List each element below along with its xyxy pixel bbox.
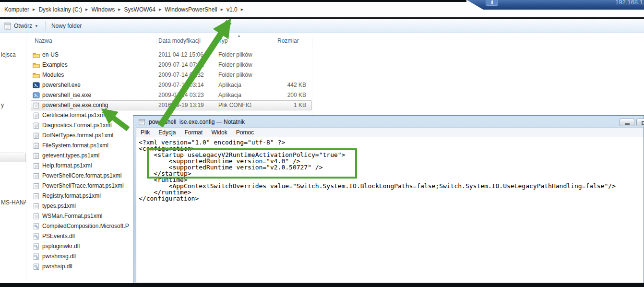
notepad-menu-bar: PlikEdycjaFormatWidokPomoc <box>136 128 644 137</box>
dll-file-icon <box>33 243 40 250</box>
breadcrumb-item[interactable]: Komputer <box>3 5 31 14</box>
file-date: 2011-04-12 15:06 <box>158 50 203 60</box>
pin-icon[interactable] <box>486 0 498 6</box>
file-row[interactable]: powershell_ise.exe.config2016-09-19 13:1… <box>0 100 336 110</box>
file-name: pwrshsip.dll <box>42 262 72 272</box>
breadcrumb-item[interactable]: Windows <box>90 5 117 14</box>
file-name: types.ps1xml <box>42 201 76 211</box>
column-header-size[interactable]: Rozmiar <box>277 37 299 46</box>
notepad-icon <box>138 118 145 125</box>
text-file-icon <box>33 152 40 159</box>
column-separator[interactable] <box>269 37 269 45</box>
open-button[interactable]: Otwórz <box>14 23 32 29</box>
breadcrumb-separator-icon: ▶ <box>219 8 225 12</box>
dll-file-icon <box>33 223 40 230</box>
file-size: 1 KB <box>263 100 306 110</box>
nav-item-fragment[interactable]: iejsca <box>1 51 16 58</box>
menu-plik[interactable]: Plik <box>136 129 154 136</box>
powershell-ise-icon <box>33 92 40 99</box>
file-name: Certificate.format.ps1xml <box>42 110 106 120</box>
breadcrumb-item[interactable]: v1.0 <box>225 5 239 14</box>
folder-icon <box>33 72 40 79</box>
column-separator[interactable] <box>156 37 156 45</box>
chevron-down-icon[interactable]: ▼ <box>35 24 38 28</box>
file-row[interactable]: Examples2009-07-14 07:32Folder plików <box>0 60 336 70</box>
nav-selected-item[interactable] <box>0 153 26 162</box>
file-date: 2009-07-14 07:32 <box>158 70 204 80</box>
file-row[interactable]: en-US2011-04-12 15:06Folder plików <box>0 50 336 60</box>
menu-format[interactable]: Format <box>180 129 207 136</box>
file-size: 200 KB <box>263 90 306 100</box>
file-type: Plik CONFIG <box>218 100 251 110</box>
file-name: getevent.types.ps1xml <box>42 151 99 161</box>
file-name: en-US <box>42 50 59 60</box>
file-name: PSEvents.dll <box>42 231 75 241</box>
toolbar-separator <box>45 21 46 31</box>
maximize-button[interactable] <box>636 119 644 126</box>
notepad-title-bar[interactable]: powershell_ise.exe.config — Notatnik <box>133 116 644 128</box>
file-name: PowerShellTrace.format.ps1xml <box>42 181 124 191</box>
file-name: Modules <box>42 70 64 80</box>
text-file-icon <box>33 172 40 179</box>
breadcrumb-separator-icon: ▶ <box>116 8 122 12</box>
menu-widok[interactable]: Widok <box>207 129 231 136</box>
file-row[interactable]: powershell.exe2009-07-14 03:14Aplikacja4… <box>0 80 336 90</box>
nav-item-fragment[interactable]: y <box>1 102 4 108</box>
file-type: Folder plików <box>218 70 252 80</box>
breadcrumb-item[interactable]: SysWOW64 <box>123 5 157 14</box>
file-name: Registry.format.ps1xml <box>42 191 101 201</box>
breadcrumb-separator-icon: ▶ <box>83 8 90 12</box>
notepad-text-area[interactable]: <?xml version="1.0" encoding="utf-8" ?><… <box>136 138 644 283</box>
notepad-text-line: <?xml version="1.0" encoding="utf-8" ?> <box>139 139 644 145</box>
file-name: DotNetTypes.format.ps1xml <box>42 131 113 141</box>
breadcrumb-item[interactable]: Dysk lokalny (C:) <box>37 5 83 14</box>
file-row[interactable]: Modules2009-07-14 07:32Folder plików <box>0 70 336 80</box>
notepad-text-line: </runtime> <box>139 189 644 195</box>
column-header-name[interactable]: Nazwa <box>35 37 52 46</box>
navigation-pane: iejsca y MS-HANA <box>0 34 26 283</box>
breadcrumb-item[interactable]: WindowsPowerShell <box>163 5 218 14</box>
notepad-text-line: <AppContextSwitchOverrides value="Switch… <box>139 183 644 189</box>
folder-icon <box>33 61 40 69</box>
notepad-window-title: powershell_ise.exe.config — Notatnik <box>149 119 245 125</box>
notepad-window: powershell_ise.exe.config — Notatnik Pli… <box>133 115 644 283</box>
column-header-type[interactable]: Typ <box>218 37 227 46</box>
file-name: WSMan.Format.ps1xml <box>42 211 102 221</box>
file-name: Examples <box>42 60 68 70</box>
file-type: Folder plików <box>218 60 252 70</box>
file-type: Aplikacja <box>218 80 241 90</box>
column-separator[interactable] <box>312 37 312 45</box>
pane-divider[interactable] <box>26 34 26 283</box>
file-row[interactable]: powershell_ise.exe2009-07-14 03:23Aplika… <box>0 90 336 100</box>
file-date: 2009-07-14 03:23 <box>158 90 204 100</box>
column-header-date[interactable]: Data modyfikacji <box>158 37 201 46</box>
notepad-text-line: </startup> <box>139 170 644 177</box>
file-size: 442 KB <box>263 80 306 90</box>
rdp-connection-bar: 192.168.1. <box>465 0 644 10</box>
file-name: CompiledComposition.Microsoft.P <box>42 221 129 231</box>
screen: Komputer▶Dysk lokalny (C:)▶Windows▶SysWO… <box>0 0 644 287</box>
dll-file-icon <box>33 233 40 240</box>
breadcrumb-separator-icon: ▶ <box>157 8 163 12</box>
menu-edycja[interactable]: Edycja <box>154 129 180 136</box>
new-folder-button[interactable]: Nowy folder <box>51 23 82 29</box>
dll-file-icon <box>33 253 40 260</box>
file-name: powershell_ise.exe <box>42 90 91 100</box>
file-date: 2016-09-19 13:19 <box>158 100 204 110</box>
text-file-icon <box>33 213 40 220</box>
window-divider <box>0 17 644 19</box>
breadcrumb-separator-icon: ▶ <box>31 8 37 12</box>
file-name: PowerShellCore.format.ps1xml <box>42 171 121 181</box>
minimize-button[interactable] <box>620 119 634 126</box>
open-file-icon <box>4 22 12 30</box>
text-file-icon <box>33 162 40 169</box>
top-edge <box>0 0 466 2</box>
notepad-client-area: PlikEdycjaFormatWidokPomoc <?xml version… <box>136 128 644 283</box>
nav-item-fragment[interactable]: MS-HANA <box>1 199 26 206</box>
column-separator[interactable] <box>215 37 215 45</box>
dll-file-icon <box>33 263 40 270</box>
menu-pomoc[interactable]: Pomoc <box>232 129 258 136</box>
powershell-icon <box>33 82 40 89</box>
text-file-icon <box>33 192 40 200</box>
bottom-edge <box>0 283 644 287</box>
